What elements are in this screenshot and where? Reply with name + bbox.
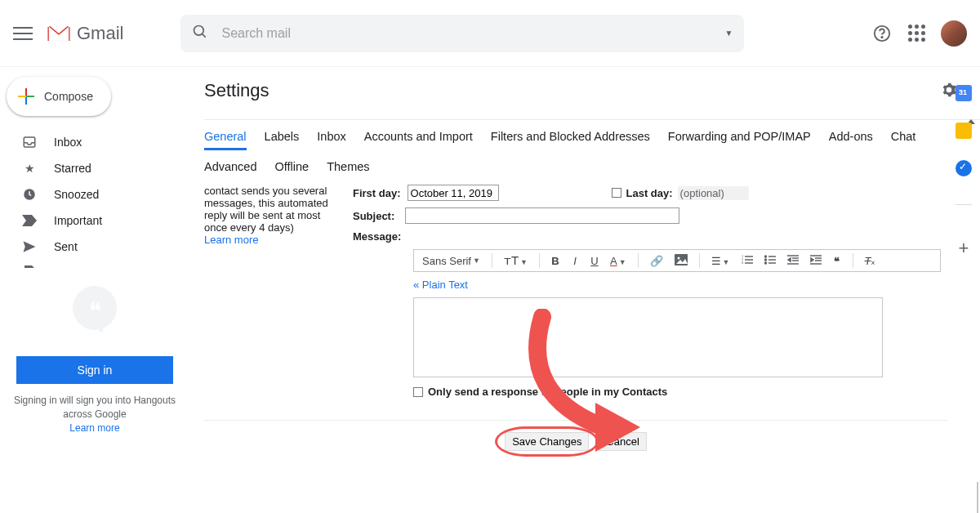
tab-themes[interactable]: Themes: [327, 160, 369, 178]
menu-icon[interactable]: [13, 24, 33, 43]
svg-point-14: [764, 256, 766, 257]
subject-input[interactable]: [405, 207, 679, 224]
avatar[interactable]: [941, 20, 967, 47]
bullet-list-icon[interactable]: [761, 253, 779, 269]
plain-text-link[interactable]: « Plain Text: [413, 279, 468, 291]
vacation-form: First day: Last day: (optional) Subject:…: [353, 185, 941, 410]
plus-icon: [18, 88, 34, 105]
tab-labels[interactable]: Labels: [265, 130, 300, 150]
message-textarea[interactable]: [413, 297, 883, 377]
search-input[interactable]: [221, 26, 724, 41]
setting-description: contact sends you several messages, this…: [204, 185, 353, 410]
calendar-icon[interactable]: [956, 85, 972, 101]
important-icon: [21, 212, 38, 229]
settings-tabs: General Labels Inbox Accounts and Import…: [204, 119, 980, 150]
compose-button[interactable]: Compose: [7, 77, 111, 116]
draft-icon: [21, 265, 38, 268]
remove-format-icon[interactable]: Tₓ: [862, 253, 880, 269]
star-icon: ★: [21, 160, 38, 176]
search-icon[interactable]: [192, 24, 208, 42]
subject-label: Subject:: [353, 210, 399, 222]
editor-container: Sans Serif▼ ᴛT▼ B I U A▼ 🔗 ☰▼ 123: [413, 249, 941, 398]
page-title: Settings: [204, 80, 270, 101]
apps-icon[interactable]: [906, 24, 926, 43]
tab-forwarding[interactable]: Forwarding and POP/IMAP: [668, 130, 811, 150]
clock-icon: [21, 186, 38, 203]
svg-point-0: [194, 26, 204, 36]
svg-point-16: [764, 262, 766, 264]
last-day-checkbox[interactable]: [612, 188, 621, 198]
sidebar-item-important[interactable]: Important: [0, 207, 189, 234]
indent-more-icon[interactable]: [807, 253, 825, 269]
sidebar-item-drafts[interactable]: Drafts: [0, 260, 189, 268]
contacts-only-checkbox[interactable]: [413, 387, 423, 397]
svg-point-7: [677, 256, 679, 259]
help-icon[interactable]: [872, 24, 892, 43]
link-icon[interactable]: 🔗: [647, 253, 666, 269]
signin-button[interactable]: Sign in: [16, 356, 173, 384]
quote-icon[interactable]: ❝: [830, 253, 844, 269]
sidebar-item-starred[interactable]: ★ Starred: [0, 155, 189, 181]
tab-addons[interactable]: Add-ons: [829, 130, 873, 150]
scrollbar[interactable]: [977, 482, 978, 513]
gmail-m-icon: [47, 25, 70, 42]
gmail-logo[interactable]: Gmail: [47, 23, 123, 44]
vacation-responder-section: contact sends you several messages, this…: [204, 181, 980, 410]
product-name: Gmail: [77, 23, 123, 44]
signin-description: Signing in will sign you into Hangouts a…: [14, 395, 176, 420]
text-color-icon[interactable]: A▼: [607, 253, 630, 269]
image-icon[interactable]: [671, 252, 691, 270]
svg-point-15: [764, 259, 766, 261]
side-rail: +: [947, 67, 980, 475]
sidebar-item-sent[interactable]: Sent: [0, 234, 189, 260]
first-day-input[interactable]: [408, 185, 499, 201]
inbox-icon: [21, 134, 38, 150]
settings-header: Settings: [204, 80, 980, 101]
send-icon: [21, 239, 38, 255]
tab-filters[interactable]: Filters and Blocked Addresses: [491, 130, 650, 150]
italic-icon[interactable]: I: [568, 253, 582, 269]
last-day-label: Last day:: [626, 187, 673, 199]
last-day-optional: (optional): [678, 186, 749, 200]
sidebar-item-label: Inbox: [54, 136, 82, 149]
svg-text:3: 3: [742, 261, 744, 265]
format-toolbar: Sans Serif▼ ᴛT▼ B I U A▼ 🔗 ☰▼ 123: [413, 249, 941, 272]
sidebar-item-label: Sent: [54, 240, 78, 253]
numbered-list-icon[interactable]: 123: [738, 253, 756, 269]
tab-accounts[interactable]: Accounts and Import: [364, 130, 473, 150]
tasks-icon[interactable]: [956, 160, 972, 176]
sidebar: Compose Inbox ★ Starred Snoozed Importan…: [0, 67, 189, 513]
font-size-icon[interactable]: ᴛT▼: [501, 252, 531, 270]
learn-more-link[interactable]: Learn more: [8, 422, 181, 435]
cancel-button[interactable]: Cancel: [599, 432, 646, 451]
sidebar-item-inbox[interactable]: Inbox: [0, 129, 189, 155]
tab-chat[interactable]: Chat: [891, 130, 916, 150]
indent-less-icon[interactable]: [784, 253, 802, 269]
search-bar[interactable]: ▼: [180, 15, 744, 52]
align-icon[interactable]: ☰▼: [708, 253, 733, 269]
sidebar-item-snoozed[interactable]: Snoozed: [0, 181, 189, 207]
save-button[interactable]: Save Changes: [505, 432, 589, 451]
sidebar-item-label: Important: [54, 214, 102, 227]
font-selector[interactable]: Sans Serif▼: [419, 255, 483, 267]
header-right: [872, 20, 967, 47]
keep-icon[interactable]: [956, 123, 972, 139]
message-label: Message:: [353, 230, 401, 243]
add-addon-icon[interactable]: +: [959, 238, 969, 259]
chevron-down-icon[interactable]: ▼: [725, 29, 733, 38]
tab-offline[interactable]: Offline: [275, 160, 310, 178]
tab-general[interactable]: General: [204, 130, 247, 150]
font-label: Sans Serif: [422, 255, 471, 267]
learn-more-link[interactable]: Learn more: [204, 234, 258, 246]
underline-icon[interactable]: U: [587, 253, 602, 269]
contacts-only-label: Only send a response to people in my Con…: [428, 386, 667, 398]
content: Settings General Labels Inbox Accounts a…: [189, 67, 980, 513]
bold-icon[interactable]: B: [548, 253, 563, 269]
vacation-desc-text: contact sends you several messages, this…: [204, 185, 328, 234]
nav-list: Inbox ★ Starred Snoozed Important Sent D…: [0, 129, 189, 268]
tab-inbox[interactable]: Inbox: [317, 130, 345, 150]
first-day-label: First day:: [353, 187, 401, 199]
settings-tabs-2: Advanced Offline Themes: [204, 160, 980, 178]
tab-advanced[interactable]: Advanced: [204, 160, 257, 178]
hangouts-icon: ❝: [73, 286, 117, 330]
